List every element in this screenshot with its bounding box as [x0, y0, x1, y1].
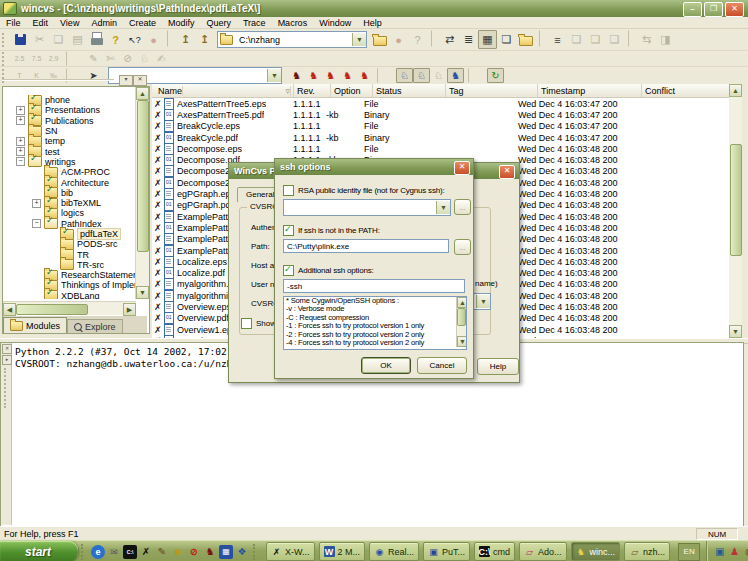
scroll-down-icon[interactable]: ▼ — [457, 336, 467, 347]
help-icon[interactable]: ? — [106, 30, 125, 49]
tree-item[interactable]: XDBLang — [4, 291, 135, 299]
additional-options-checkbox[interactable]: Additional ssh options: — [283, 265, 373, 276]
globe-quicklaunch-icon[interactable]: ❖ — [235, 545, 249, 559]
list-scrollbar[interactable]: ▲ ▼ — [456, 297, 466, 347]
scrollbar-thumb[interactable] — [730, 144, 742, 256]
checkbox-icon[interactable] — [283, 185, 294, 196]
scrollbar-thumb[interactable] — [16, 304, 88, 315]
wincvs-quicklaunch-icon[interactable]: ♞ — [203, 545, 217, 559]
console-pin-button[interactable]: ▸ — [2, 355, 12, 365]
detail-view-icon[interactable]: ▦ — [478, 30, 497, 49]
messenger-quicklaunch-icon[interactable]: ☻ — [171, 545, 185, 559]
file-list-vertical-scrollbar[interactable]: ▲ ▼ — [729, 84, 742, 338]
tree-item[interactable]: ACM-PROC — [4, 167, 135, 177]
menu-item[interactable]: View — [54, 18, 85, 28]
scroll-down-icon[interactable]: ▼ — [136, 286, 149, 299]
tree-item[interactable]: Thinkings of Implementa — [4, 280, 135, 290]
separator[interactable] — [628, 30, 635, 47]
window-quicklaunch-icon[interactable]: ▦ — [219, 545, 233, 559]
language-indicator[interactable]: EN — [678, 543, 700, 561]
column-header-rev[interactable]: Rev. — [294, 84, 331, 97]
tree-item[interactable]: TR — [4, 249, 135, 259]
tree-expander[interactable] — [32, 199, 41, 208]
tree-item[interactable]: SN — [4, 126, 135, 136]
list-view-icon[interactable]: ≣ — [459, 30, 478, 49]
toolbar-grip[interactable] — [2, 52, 8, 66]
cvs-blue-icon[interactable]: ♞ — [447, 68, 464, 83]
browse-folder-icon[interactable] — [370, 30, 389, 49]
preferences-close-icon[interactable]: ✕ — [499, 165, 515, 179]
help-icon[interactable]: ? — [408, 30, 427, 49]
chevron-down-icon[interactable]: ▼ — [352, 33, 366, 46]
rsa-browse-button[interactable]: ... — [454, 199, 471, 215]
separator[interactable] — [377, 68, 394, 83]
taskbar-window-button[interactable]: ▱ Ado... — [519, 542, 567, 561]
tree-item[interactable]: PODS-src — [4, 239, 135, 249]
scroll-up-icon[interactable]: ▲ — [457, 297, 467, 308]
ssh-close-icon[interactable]: ✕ — [454, 161, 470, 175]
pane-grip[interactable] — [2, 79, 114, 81]
stop-icon[interactable]: ● — [389, 30, 408, 49]
tree-item[interactable]: bib — [4, 188, 135, 198]
tree-expander[interactable] — [32, 219, 41, 228]
menu-item[interactable]: Help — [357, 18, 388, 28]
tree-item[interactable]: phone — [4, 95, 135, 105]
volume-tray-icon[interactable]: ◍ — [743, 545, 748, 558]
separator[interactable] — [167, 30, 174, 47]
tree-item[interactable]: logics — [4, 208, 135, 218]
menu-item[interactable]: File — [0, 18, 27, 28]
rsa-checkbox[interactable]: RSA public identity file (not for Cygnus… — [283, 185, 444, 196]
taskbar-window-button[interactable]: ✗ X-W... — [266, 542, 315, 561]
explorer-view-icon[interactable] — [516, 30, 535, 49]
start-button[interactable]: start — [0, 541, 78, 561]
ie-quicklaunch-icon[interactable]: e — [91, 545, 105, 559]
menu-item[interactable]: Query — [200, 18, 237, 28]
column-header-name[interactable]: Name ▿ — [152, 84, 294, 97]
taskbar-window-button[interactable]: W 2 M... — [319, 542, 366, 561]
save-icon[interactable] — [11, 30, 30, 49]
column-header-tag[interactable]: Tag — [446, 84, 538, 97]
path-combo[interactable]: C:\nzhang ▼ — [217, 31, 367, 48]
separator[interactable] — [468, 68, 485, 83]
menu-item[interactable]: Admin — [85, 18, 123, 28]
tree-expander[interactable] — [16, 106, 25, 115]
chevron-down-icon[interactable]: ▼ — [267, 69, 281, 82]
table-row[interactable]: ✗ Decompose.eps 1.1.1.1 File Wed Dec 4 1… — [152, 143, 729, 154]
checkbox-checked-icon[interactable] — [283, 225, 294, 236]
separator[interactable] — [539, 30, 546, 47]
menu-item[interactable]: Modify — [162, 18, 201, 28]
up-folder-icon[interactable]: ↥ — [195, 30, 214, 49]
rsa-identity-combo[interactable]: ▼ — [283, 199, 451, 216]
menu-item[interactable]: Create — [123, 18, 162, 28]
table-row[interactable]: ✗ BreakCycle.eps 1.1.1.1 File Wed Dec 4 … — [152, 121, 729, 132]
minimize-button[interactable]: – — [683, 2, 702, 17]
tree-item[interactable]: writings — [4, 157, 135, 167]
cmd-quicklaunch-icon[interactable]: C:\ — [123, 545, 137, 559]
doc-icon[interactable]: ❏ — [567, 30, 586, 49]
console-close-button[interactable]: ✕ — [2, 344, 12, 354]
paste-icon[interactable]: ▤ — [68, 30, 87, 49]
column-header-option[interactable]: Option — [331, 84, 373, 97]
zoom-preset-icon[interactable]: 2.9 — [45, 51, 62, 66]
doc-icon[interactable]: ❏ — [605, 30, 624, 49]
toolbar-grip[interactable] — [2, 33, 8, 47]
taskbar-window-button[interactable]: C:\ cmd — [474, 542, 515, 561]
ban-icon[interactable]: ⊘ — [119, 51, 136, 66]
separator[interactable] — [66, 51, 83, 66]
show-checkbox[interactable]: Show — [241, 318, 276, 329]
tree-item[interactable]: test — [4, 146, 135, 156]
column-header-status[interactable]: Status — [373, 84, 446, 97]
editor-quicklaunch-icon[interactable]: ✎ — [155, 545, 169, 559]
scroll-up-icon[interactable]: ▲ — [729, 84, 742, 97]
scroll-right-icon[interactable]: ▶ — [123, 303, 136, 316]
taskbar-window-button[interactable]: ▱ nzh... — [624, 542, 670, 561]
tree-item[interactable]: Presentations — [4, 105, 135, 115]
tab-modules[interactable]: Modules — [3, 317, 67, 333]
table-row[interactable]: ✗ AxesPatternTree5.pdf 1.1.1.1 -kb Binar… — [152, 109, 729, 120]
tree-item[interactable]: TR-src — [4, 260, 135, 270]
tree-expander[interactable] — [16, 157, 25, 166]
ssh-options-help-list[interactable]: * Some Cygwin/OpenSSH options :-v : Verb… — [283, 296, 467, 350]
tree-vertical-scrollbar[interactable]: ▲ ▼ — [135, 87, 149, 299]
restore-button[interactable]: ❐ — [704, 2, 723, 17]
cvs-commit-icon[interactable]: ♞ — [339, 68, 356, 83]
